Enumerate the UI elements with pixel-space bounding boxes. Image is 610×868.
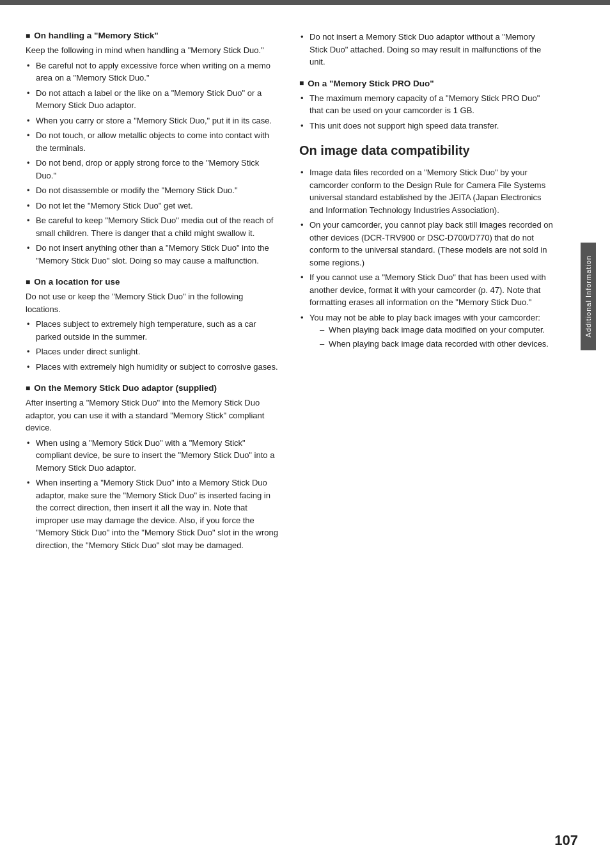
page-number: 107 <box>554 832 578 849</box>
list-item: Do not touch, or allow metallic objects … <box>26 129 280 154</box>
side-tab-label: Additional Information <box>581 242 596 350</box>
list-item: You may not be able to play back images … <box>299 312 554 351</box>
section-handling-list: Be careful not to apply excessive force … <box>26 59 280 267</box>
list-item: The maximum memory capacity of a "Memory… <box>299 92 554 117</box>
section-image-data-heading: On image data compatibility <box>299 142 554 159</box>
left-column: On handling a "Memory Stick" Keep the fo… <box>26 31 280 562</box>
top-bar <box>0 0 610 5</box>
list-item: Be careful not to apply excessive force … <box>26 59 280 84</box>
list-item: Do not insert a Memory Stick Duo adaptor… <box>299 31 554 68</box>
section-pro-duo-list: The maximum memory capacity of a "Memory… <box>299 92 554 132</box>
section-adaptor-intro: After inserting a "Memory Stick Duo" int… <box>26 397 280 434</box>
list-item: When you carry or store a "Memory Stick … <box>26 114 280 127</box>
main-columns: On handling a "Memory Stick" Keep the fo… <box>26 31 597 562</box>
list-item: Do not attach a label or the like on a "… <box>26 87 280 112</box>
list-item: Places under direct sunlight. <box>26 345 280 358</box>
section-image-data-sub-list: When playing back image data modified on… <box>320 324 554 350</box>
top-bullets: Do not insert a Memory Stick Duo adaptor… <box>299 31 554 68</box>
list-item: Places subject to extremely high tempera… <box>26 318 280 343</box>
sub-list-item: When playing back image data recorded wi… <box>320 338 554 351</box>
section-location-list: Places subject to extremely high tempera… <box>26 318 280 373</box>
right-column: Do not insert a Memory Stick Duo adaptor… <box>299 31 554 562</box>
section-adaptor-list: When using a "Memory Stick Duo" with a "… <box>26 437 280 552</box>
section-handling: On handling a "Memory Stick" Keep the fo… <box>26 31 280 267</box>
list-item: When inserting a "Memory Stick Duo" into… <box>26 477 280 551</box>
list-item: Do not disassemble or modify the "Memory… <box>26 184 280 197</box>
list-item: On your camcorder, you cannot play back … <box>299 219 554 269</box>
list-item: Be careful to keep "Memory Stick Duo" me… <box>26 214 280 239</box>
list-item: Do not let the "Memory Stick Duo" get we… <box>26 200 280 212</box>
section-location-intro: Do not use or keep the "Memory Stick Duo… <box>26 290 280 315</box>
section-handling-intro: Keep the following in mind when handling… <box>26 44 280 57</box>
list-item: This unit does not support high speed da… <box>299 120 554 132</box>
section-image-data: On image data compatibility Image data f… <box>299 142 554 350</box>
section-handling-heading: On handling a "Memory Stick" <box>26 31 280 40</box>
list-item: If you cannot use a "Memory Stick Duo" t… <box>299 271 554 309</box>
section-adaptor: On the Memory Stick Duo adaptor (supplie… <box>26 383 280 551</box>
section-pro-duo: On a "Memory Stick PRO Duo" The maximum … <box>299 79 554 132</box>
page-content: On handling a "Memory Stick" Keep the fo… <box>0 5 610 587</box>
list-item: Places with extremely high humidity or s… <box>26 361 280 374</box>
section-location-heading: On a location for use <box>26 277 280 287</box>
list-item: Image data files recorded on a "Memory S… <box>299 166 554 216</box>
section-adaptor-heading: On the Memory Stick Duo adaptor (supplie… <box>26 383 280 393</box>
list-item: Do not insert anything other than a "Mem… <box>26 242 280 267</box>
section-pro-duo-heading: On a "Memory Stick PRO Duo" <box>299 79 554 88</box>
sub-list-item: When playing back image data modified on… <box>320 324 554 336</box>
list-item: Do not bend, drop or apply strong force … <box>26 157 280 182</box>
section-location: On a location for use Do not use or keep… <box>26 277 280 373</box>
side-tab: Additional Information <box>579 31 597 562</box>
section-image-data-list: Image data files recorded on a "Memory S… <box>299 166 554 350</box>
list-item: When using a "Memory Stick Duo" with a "… <box>26 437 280 475</box>
